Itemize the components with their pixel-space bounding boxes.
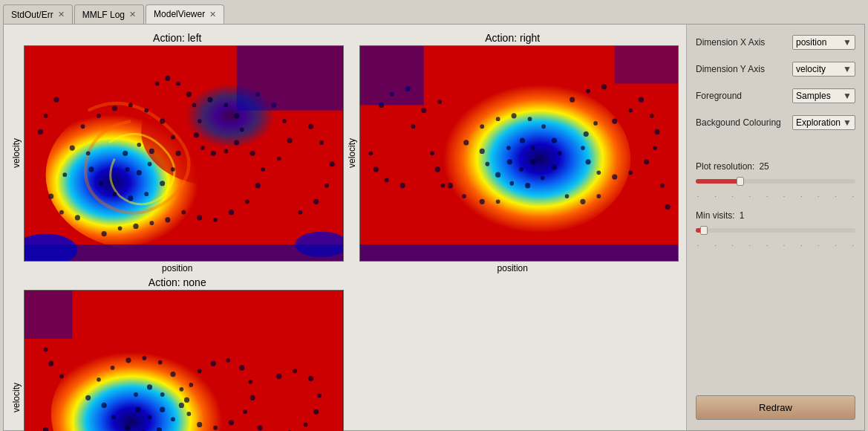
foreground-dropdown[interactable]: Samples ▼: [792, 88, 855, 103]
svg-point-113: [581, 146, 585, 150]
svg-point-171: [229, 420, 234, 425]
plot-with-yaxis-left: velocity: [11, 45, 344, 262]
plot-cell-none: Action: none velocity: [11, 276, 344, 431]
svg-point-159: [147, 384, 152, 389]
svg-point-130: [580, 199, 585, 204]
svg-point-30: [224, 103, 229, 107]
svg-point-82: [527, 117, 532, 121]
svg-point-49: [330, 161, 335, 166]
svg-point-125: [368, 151, 373, 155]
svg-point-67: [165, 76, 170, 81]
svg-point-20: [88, 166, 94, 172]
svg-point-57: [197, 215, 202, 220]
svg-point-166: [226, 358, 230, 363]
svg-point-126: [373, 166, 378, 172]
svg-point-152: [171, 417, 175, 421]
svg-point-7: [97, 114, 101, 118]
svg-point-110: [612, 174, 617, 179]
tab-mmlf[interactable]: MMLF Log ✕: [74, 4, 144, 24]
dim-x-label: Dimension X Axis: [696, 37, 765, 48]
dim-x-value: position: [796, 37, 826, 48]
svg-point-64: [62, 172, 67, 177]
svg-point-133: [586, 89, 590, 94]
background-dropdown[interactable]: Exploration ▼: [792, 115, 855, 130]
svg-point-167: [239, 365, 244, 370]
plot-resolution-thumb[interactable]: [737, 177, 744, 186]
svg-point-87: [540, 176, 544, 181]
svg-point-144: [97, 377, 101, 382]
svg-point-21: [86, 151, 91, 155]
plot-canvas-left: [24, 45, 344, 262]
svg-point-137: [440, 184, 445, 188]
svg-point-102: [612, 118, 617, 123]
svg-point-39: [48, 193, 53, 198]
svg-point-150: [180, 387, 184, 392]
plot-resolution-label-row: Plot resolution: 25: [696, 161, 855, 172]
svg-point-35: [211, 151, 216, 156]
plot-with-yaxis-right: velocity: [347, 45, 679, 262]
svg-point-9: [128, 103, 133, 107]
svg-point-13: [176, 151, 181, 156]
foreground-label: Foreground: [696, 91, 742, 101]
plot-cell-empty: [347, 276, 679, 431]
svg-point-190: [304, 422, 308, 427]
plot-canvas-right: [359, 45, 679, 262]
plot-resolution-label: Plot resolution:: [696, 161, 754, 172]
svg-point-86: [551, 164, 556, 169]
svg-point-93: [506, 146, 511, 150]
svg-point-92: [479, 149, 484, 154]
svg-point-156: [111, 415, 116, 419]
svg-point-63: [250, 151, 255, 156]
y-axis-left: velocity: [11, 138, 22, 168]
svg-point-6: [81, 124, 85, 129]
svg-point-189: [313, 409, 319, 414]
tab-stdout-close[interactable]: ✕: [58, 10, 65, 19]
dim-y-dropdown[interactable]: velocity ▼: [792, 62, 855, 77]
tab-stdout-label: StdOut/Err: [11, 10, 53, 20]
svg-point-127: [384, 178, 388, 183]
tab-modelviewer-close[interactable]: ✕: [209, 10, 216, 19]
svg-point-147: [143, 356, 147, 360]
dim-x-dropdown[interactable]: position ▼: [792, 35, 855, 50]
min-visits-thumb[interactable]: [700, 226, 708, 235]
svg-point-70: [118, 226, 123, 230]
svg-point-83: [541, 124, 546, 129]
svg-point-18: [113, 192, 117, 196]
svg-point-169: [250, 395, 255, 400]
svg-point-118: [479, 199, 484, 204]
svg-point-112: [585, 159, 590, 164]
foreground-row: Foreground Samples ▼: [696, 88, 855, 103]
svg-point-26: [137, 170, 142, 175]
svg-point-77: [428, 82, 630, 236]
svg-point-11: [160, 118, 165, 123]
svg-point-8: [112, 106, 117, 111]
svg-point-108: [644, 159, 649, 164]
redraw-button[interactable]: Redraw: [696, 395, 855, 420]
foreground-arrow-icon: ▼: [843, 91, 852, 101]
svg-point-134: [601, 84, 606, 89]
svg-point-40: [59, 210, 64, 215]
svg-point-148: [158, 360, 163, 364]
dim-x-arrow-icon: ▼: [843, 37, 852, 48]
svg-point-114: [583, 132, 588, 137]
svg-point-188: [317, 393, 322, 398]
svg-point-78: [463, 140, 469, 145]
y-axis-right: velocity: [347, 138, 357, 168]
svg-rect-75: [25, 244, 343, 261]
svg-point-55: [53, 97, 59, 103]
tab-stdout[interactable]: StdOut/Err ✕: [3, 4, 73, 24]
svg-point-98: [506, 159, 512, 164]
plot-cell-right: Action: right velocity: [347, 32, 679, 273]
svg-point-170: [243, 409, 247, 414]
svg-point-146: [125, 357, 131, 363]
svg-point-186: [293, 369, 297, 373]
background-row: Backgound Colouring Exploration ▼: [696, 115, 855, 130]
tab-mmlf-close[interactable]: ✕: [129, 10, 136, 19]
svg-point-182: [59, 374, 64, 378]
svg-point-45: [287, 137, 293, 143]
svg-point-94: [519, 137, 524, 143]
svg-point-106: [654, 129, 659, 135]
svg-point-58: [213, 218, 218, 222]
svg-point-115: [593, 121, 598, 126]
tab-modelviewer[interactable]: ModelViewer ✕: [146, 4, 224, 24]
